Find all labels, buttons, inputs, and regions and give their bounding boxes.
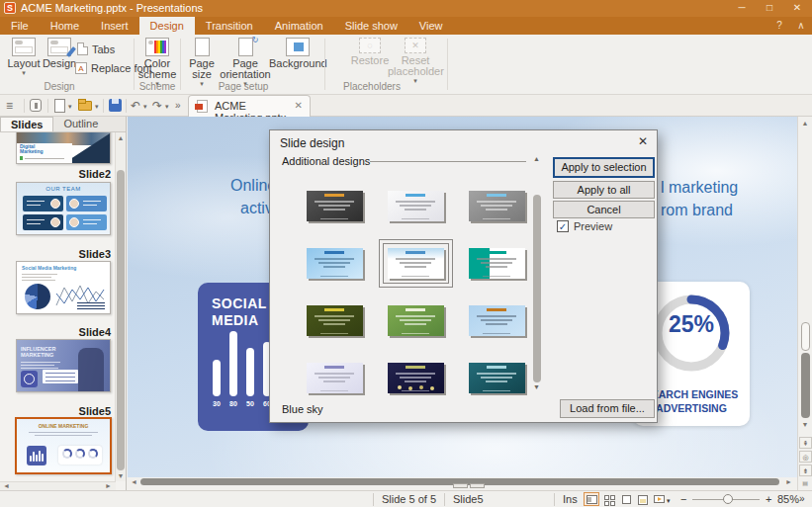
- menu-home[interactable]: Home: [40, 17, 90, 35]
- apply-to-selection-button[interactable]: Apply to selection: [553, 157, 655, 178]
- restore-button[interactable]: ◌ Restore: [348, 38, 392, 66]
- design-thumb-5-selected[interactable]: [388, 248, 444, 279]
- scroll-right-icon[interactable]: ►: [105, 482, 112, 490]
- new-file-icon[interactable]: [54, 99, 65, 113]
- open-file-dropdown-icon[interactable]: ▾: [95, 103, 99, 111]
- slide-title-fragment: l marketing: [661, 179, 738, 197]
- cancel-button[interactable]: Cancel: [553, 201, 655, 218]
- design-button[interactable]: Design: [42, 38, 77, 69]
- scroll-left-icon[interactable]: ◄: [3, 482, 10, 490]
- close-button[interactable]: ✕: [784, 0, 810, 17]
- next-slide-button[interactable]: ⇟: [799, 465, 812, 476]
- split-view-button[interactable]: ▤: [797, 477, 812, 490]
- design-thumb-6[interactable]: [469, 248, 525, 279]
- undo-icon[interactable]: ↶: [131, 98, 140, 114]
- toolbar-overflow-icon[interactable]: »: [175, 98, 181, 114]
- collapse-ribbon-icon[interactable]: ∧: [794, 17, 808, 35]
- design-thumb-3[interactable]: [469, 191, 525, 221]
- document-tab[interactable]: ACME Marketing.pptx ✕: [188, 95, 311, 117]
- background-button[interactable]: Background: [269, 38, 326, 69]
- slide-sorter-view-icon[interactable]: [601, 492, 617, 506]
- redo-dropdown-icon[interactable]: ▾: [165, 103, 169, 111]
- design-thumb-7[interactable]: [307, 305, 363, 336]
- document-tab-close-icon[interactable]: ✕: [295, 100, 303, 111]
- touch-mode-icon[interactable]: [30, 99, 42, 112]
- designs-scrollbar-thumb[interactable]: [533, 195, 541, 382]
- normal-view-icon[interactable]: [584, 492, 599, 506]
- slide-5-thumbnail-selected[interactable]: ONLINE MARKETING: [15, 417, 112, 474]
- tabs-button[interactable]: Tabs: [77, 42, 115, 55]
- zoom-slider-knob[interactable]: [723, 494, 733, 504]
- designs-scroll-up-icon[interactable]: ▲: [530, 155, 543, 162]
- slide-1-thumbnail[interactable]: Digital Marketing: [16, 132, 111, 164]
- help-icon[interactable]: ?: [772, 17, 786, 35]
- preview-checkbox-row[interactable]: ✓ Preview: [557, 220, 612, 232]
- scroll-down-icon[interactable]: ▼: [798, 421, 812, 428]
- open-file-icon[interactable]: [78, 101, 92, 111]
- design-thumb-2[interactable]: [388, 191, 444, 221]
- sidebar-scrollbar[interactable]: ▲ ▼: [115, 132, 126, 481]
- splitter-handle[interactable]: [453, 483, 485, 488]
- social-bar: [213, 360, 221, 396]
- zoom-level[interactable]: 85%: [777, 493, 799, 505]
- sidebar-hscrollbar[interactable]: ◄ ►: [0, 481, 116, 490]
- menu-file[interactable]: File: [0, 17, 40, 35]
- undo-dropdown-icon[interactable]: ▾: [143, 103, 147, 111]
- new-file-dropdown-icon[interactable]: ▾: [68, 103, 72, 111]
- main-menu-icon[interactable]: ≡: [6, 98, 13, 114]
- notes-view-icon[interactable]: [635, 492, 651, 506]
- menu-animation[interactable]: Animation: [264, 17, 334, 35]
- slide-4-thumbnail[interactable]: INFLUENCER MARKETING: [16, 339, 111, 392]
- statusbar-overflow-icon[interactable]: »: [799, 493, 805, 504]
- design-thumb-10[interactable]: [307, 363, 363, 393]
- design-thumb-12[interactable]: [469, 363, 525, 393]
- canvas-vscrollbar-thumb[interactable]: [801, 353, 810, 418]
- slide-3-thumbnail[interactable]: Social Media Marketing: [16, 261, 111, 314]
- apply-to-all-button[interactable]: Apply to all: [553, 181, 655, 199]
- scroll-right-icon[interactable]: ►: [785, 478, 792, 486]
- design-thumb-1[interactable]: [307, 191, 363, 221]
- page-size-button[interactable]: Page size ▾: [186, 38, 218, 87]
- scroll-up-icon[interactable]: ▲: [798, 120, 812, 127]
- designs-scroll-down-icon[interactable]: ▼: [530, 383, 543, 390]
- preview-checkbox[interactable]: ✓: [557, 220, 569, 232]
- save-icon[interactable]: [109, 99, 122, 112]
- design-thumb-4[interactable]: [307, 248, 363, 279]
- maximize-button[interactable]: □: [757, 0, 782, 17]
- menu-view[interactable]: View: [408, 17, 454, 35]
- scroll-up-icon[interactable]: ▲: [116, 134, 126, 141]
- scroll-down-icon[interactable]: ▼: [116, 472, 126, 479]
- zoom-out-icon[interactable]: −: [680, 493, 686, 505]
- sidebar-scrollbar-thumb[interactable]: [117, 170, 125, 470]
- menu-transition[interactable]: Transition: [195, 17, 264, 35]
- tab-slides[interactable]: Slides: [0, 117, 53, 131]
- menu-slide-show[interactable]: Slide show: [334, 17, 408, 35]
- page-orientation-button[interactable]: ↻ Page orientation ▾: [220, 38, 271, 87]
- design-thumb-11[interactable]: [388, 363, 444, 393]
- browse-object-button[interactable]: ◎: [799, 451, 812, 463]
- redo-icon[interactable]: ↷: [152, 98, 162, 114]
- design-thumb-9[interactable]: [469, 305, 525, 336]
- slideshow-view-icon[interactable]: [651, 492, 667, 506]
- tab-outline[interactable]: Outline: [53, 117, 108, 131]
- layout-button[interactable]: Layout ▾: [6, 38, 42, 76]
- design-thumb-8[interactable]: [388, 305, 444, 336]
- previous-slide-button[interactable]: ⇞: [799, 437, 812, 449]
- color-scheme-button[interactable]: Color scheme ▾: [136, 38, 178, 87]
- slide-2-thumbnail[interactable]: OUR TEAM: [16, 182, 111, 235]
- zoom-in-icon[interactable]: +: [766, 493, 771, 505]
- canvas-vscrollbar[interactable]: ▲ ▼ ⇞ ◎ ⇟: [797, 117, 812, 477]
- slide-3-label: Slide3: [79, 248, 111, 260]
- outline-view-icon[interactable]: [619, 492, 635, 506]
- dialog-close-icon[interactable]: ✕: [638, 134, 648, 148]
- reset-placeholder-button[interactable]: ✕ Reset placeholder ▾: [388, 38, 443, 84]
- minimize-button[interactable]: ─: [729, 0, 755, 17]
- insert-mode-indicator[interactable]: Ins: [563, 493, 578, 505]
- reset-placeholder-label: Reset placeholder: [388, 55, 443, 77]
- app-icon: S: [4, 2, 16, 14]
- scroll-left-icon[interactable]: ◄: [131, 478, 137, 486]
- load-from-file-button[interactable]: Load from file...: [560, 399, 655, 418]
- view-dropdown-icon[interactable]: ▾: [667, 497, 671, 505]
- menu-design[interactable]: Design: [139, 17, 195, 35]
- menu-insert[interactable]: Insert: [90, 17, 139, 35]
